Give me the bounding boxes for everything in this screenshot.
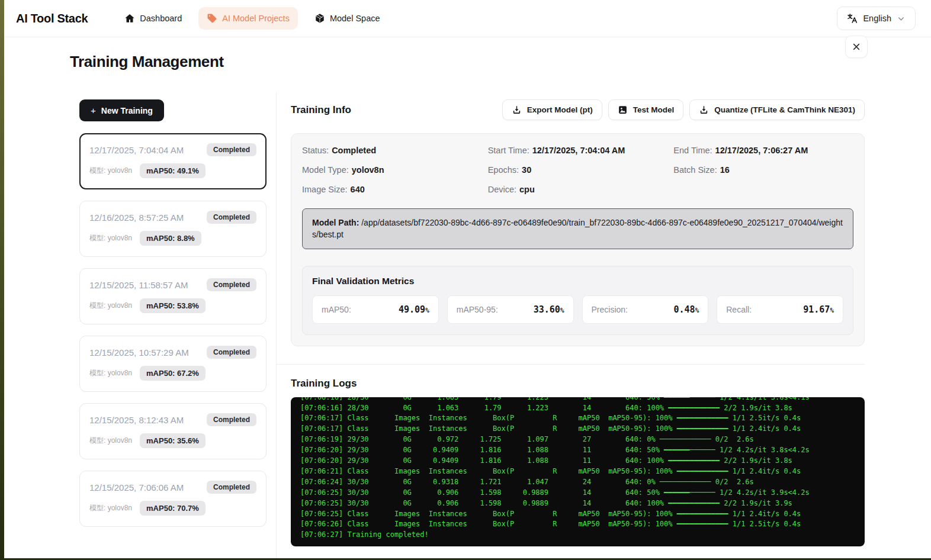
training-logs-terminal[interactable]: [07:06:16] 28/30 0G 1.063 1.79 1.223 14 …	[291, 397, 865, 546]
log-line: [07:06:19] 29/30 0G 0.972 1.725 1.097 27…	[300, 435, 855, 445]
training-list-panel: + New Training 12/17/2025, 7:04:04 AM Co…	[70, 92, 277, 558]
export-model-button[interactable]: Export Model (pt)	[502, 99, 602, 120]
log-line: [07:06:25] 30/30 0G 0.906 1.598 0.9889 1…	[300, 498, 855, 509]
model-label: 模型: yolov8n	[89, 301, 132, 311]
model-label: 模型: yolov8n	[89, 368, 132, 378]
status-badge: Completed	[207, 278, 256, 291]
map50-badge: mAP50: 53.8%	[140, 298, 206, 313]
nav-item-ai-model-projects[interactable]: AI Model Projects	[198, 7, 298, 30]
model-label: 模型: yolov8n	[89, 166, 132, 176]
status-badge: Completed	[207, 346, 256, 359]
training-card-6[interactable]: 12/15/2025, 7:06:06 AM Completed 模型: yol…	[79, 471, 267, 527]
language-selector[interactable]: English	[837, 7, 916, 30]
map50-badge: mAP50: 67.2%	[140, 366, 206, 381]
field-device: Device:cpu	[488, 185, 668, 194]
training-date: 12/15/2025, 8:12:43 AM	[89, 415, 184, 425]
training-date: 12/17/2025, 7:04:04 AM	[89, 145, 184, 155]
log-line: [07:06:20] 29/30 0G 0.9409 1.816 1.088 1…	[300, 445, 855, 456]
map50-badge: mAP50: 49.1%	[140, 163, 206, 178]
package-icon	[314, 13, 325, 24]
log-line: [07:06:21] Class Images Instances Box(P …	[300, 466, 855, 477]
close-icon	[852, 42, 861, 52]
training-date: 12/15/2025, 10:57:29 AM	[89, 347, 189, 358]
quantize-button[interactable]: Quantize (TFLite & CamThink NE301)	[689, 99, 865, 120]
training-info-panel: Status:Completed Start Time:12/17/2025, …	[291, 133, 865, 346]
log-line: [07:06:17] Class Images Instances Box(P …	[300, 413, 855, 424]
training-date: 12/16/2025, 8:57:25 AM	[89, 213, 184, 223]
model-path-value: /app/datasets/bf722030-89bc-4d66-897c-e0…	[312, 218, 843, 239]
page-title: Training Management	[70, 53, 865, 71]
log-line: [07:06:17] Class Images Instances Box(P …	[300, 424, 855, 435]
model-label: 模型: yolov8n	[89, 436, 132, 446]
field-image-size: Image Size:640	[302, 185, 482, 194]
training-detail-panel: Training Info Export Model (pt)	[277, 92, 865, 558]
nav-item-model-space[interactable]: Model Space	[306, 7, 389, 30]
nav-item-label: AI Model Projects	[222, 14, 290, 23]
app-brand: AI Tool Stack	[16, 12, 88, 25]
home-icon	[124, 13, 135, 24]
field-model-type: Model Type:yolov8n	[302, 165, 482, 175]
status-badge: Completed	[207, 481, 256, 494]
training-logs-title: Training Logs	[291, 378, 865, 390]
training-info-grid: Status:Completed Start Time:12/17/2025, …	[302, 146, 853, 198]
metrics-title: Final Validation Metrics	[312, 276, 843, 287]
export-model-label: Export Model (pt)	[527, 105, 593, 114]
language-label: English	[863, 14, 891, 23]
model-label: 模型: yolov8n	[89, 233, 132, 243]
log-line: [07:06:27] Training completed!	[300, 530, 855, 540]
field-status: Status:Completed	[302, 146, 482, 155]
training-card-4[interactable]: 12/15/2025, 10:57:29 AM Completed 模型: yo…	[79, 336, 267, 392]
model-label: 模型: yolov8n	[89, 503, 132, 513]
log-line: [07:06:24] 30/30 0G 0.9318 1.721 1.047 2…	[300, 477, 855, 488]
log-line: [07:06:25] 30/30 0G 0.906 1.598 0.9889 1…	[300, 488, 855, 498]
close-button[interactable]	[845, 36, 868, 58]
quantize-label: Quantize (TFLite & CamThink NE301)	[714, 105, 855, 114]
field-batch-size: Batch Size:16	[673, 165, 853, 175]
map50-badge: mAP50: 8.8%	[140, 231, 201, 246]
field-epochs: Epochs:30	[488, 165, 668, 175]
status-badge: Completed	[207, 211, 256, 224]
nav-menu: Dashboard AI Model Projects Model Space	[116, 7, 388, 30]
metric-recall: Recall: 91.67%	[717, 295, 843, 324]
training-card-5[interactable]: 12/15/2025, 8:12:43 AM Completed 模型: yol…	[79, 403, 267, 459]
download-icon	[699, 105, 709, 115]
nav-item-dashboard[interactable]: Dashboard	[116, 7, 190, 30]
training-card-1[interactable]: 12/17/2025, 7:04:04 AM Completed 模型: yol…	[79, 133, 267, 189]
model-path-box: Model Path: /app/datasets/bf722030-89bc-…	[302, 208, 853, 249]
log-line: [07:06:16] 28/30 0G 1.063 1.79 1.223 14 …	[300, 403, 855, 414]
training-card-2[interactable]: 12/16/2025, 8:57:25 AM Completed 模型: yol…	[79, 201, 267, 257]
nav-item-label: Dashboard	[140, 14, 182, 23]
training-card-3[interactable]: 12/15/2025, 11:58:57 AM Completed 模型: yo…	[79, 268, 267, 324]
translate-icon	[847, 13, 858, 24]
top-navbar: AI Tool Stack Dashboard AI Model Project…	[4, 0, 931, 37]
map50-badge: mAP50: 70.7%	[140, 501, 206, 516]
log-line: [07:06:25] Class Images Instances Box(P …	[300, 509, 855, 520]
new-training-button[interactable]: + New Training	[79, 99, 164, 121]
final-validation-metrics-panel: Final Validation Metrics mAP50: 49.09% m…	[302, 266, 853, 335]
plus-icon: +	[91, 105, 96, 115]
model-path-label: Model Path:	[312, 218, 359, 227]
nav-item-label: Model Space	[330, 14, 380, 23]
training-info-title: Training Info	[291, 104, 351, 116]
page-content: Training Management + New Training 12/17…	[4, 37, 931, 558]
log-line: [07:06:26] Class Images Instances Box(P …	[300, 519, 855, 530]
training-logs-section: Training Logs [07:06:16] 28/30 0G 1.063 …	[277, 364, 865, 546]
metric-map50-95: mAP50-95: 33.60%	[447, 295, 574, 324]
test-model-button[interactable]: Test Model	[608, 99, 684, 120]
log-line: [07:06:16] 28/30 0G 1.063 1.79 1.223 14 …	[300, 397, 855, 403]
image-icon	[618, 105, 628, 115]
metric-precision: Precision: 0.48%	[582, 295, 709, 324]
status-badge: Completed	[207, 413, 256, 426]
tag-icon	[207, 13, 217, 24]
training-date: 12/15/2025, 11:58:57 AM	[89, 280, 188, 290]
new-training-label: New Training	[101, 106, 153, 115]
field-start-time: Start Time:12/17/2025, 7:04:04 AM	[488, 146, 668, 155]
map50-badge: mAP50: 35.6%	[140, 433, 206, 448]
metric-map50: mAP50: 49.09%	[312, 295, 439, 324]
status-badge: Completed	[207, 143, 256, 156]
training-date: 12/15/2025, 7:06:06 AM	[89, 482, 184, 493]
log-line: [07:06:20] 29/30 0G 0.9409 1.816 1.088 1…	[300, 456, 855, 466]
main-window: AI Tool Stack Dashboard AI Model Project…	[4, 0, 931, 558]
download-icon	[512, 105, 522, 115]
chevron-down-icon	[897, 14, 906, 23]
